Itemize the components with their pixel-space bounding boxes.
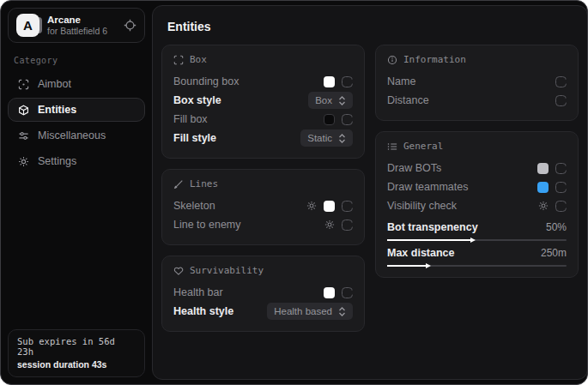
color-swatch[interactable] bbox=[324, 76, 335, 87]
setting-row-health-bar: Health bar bbox=[173, 283, 353, 302]
color-swatch[interactable] bbox=[324, 287, 335, 298]
survivability-card-header: Survivability bbox=[173, 265, 353, 276]
setting-label: Draw teammates bbox=[387, 181, 468, 193]
sidebar-item-settings[interactable]: Settings bbox=[8, 149, 145, 173]
slider-fill[interactable] bbox=[387, 265, 427, 267]
setting-label: Skeleton bbox=[173, 200, 215, 212]
checkbox[interactable] bbox=[342, 76, 353, 87]
setting-row-distance: Distance bbox=[387, 91, 567, 110]
right-column: Information Name Distance bbox=[375, 45, 579, 278]
setting-label: Name bbox=[387, 75, 415, 87]
color-swatch[interactable] bbox=[324, 114, 335, 125]
box-icon bbox=[173, 55, 184, 65]
sidebar-item-miscellaneous[interactable]: Miscellaneous bbox=[8, 123, 145, 147]
color-swatch[interactable] bbox=[537, 182, 549, 193]
max-distance-slider[interactable] bbox=[387, 265, 567, 267]
sliders-icon bbox=[17, 130, 29, 141]
unfold-arrows-icon bbox=[338, 307, 346, 316]
information-icon bbox=[387, 55, 397, 65]
checkbox[interactable] bbox=[555, 163, 567, 174]
gear-icon[interactable] bbox=[538, 201, 549, 211]
brand-name: Arcane bbox=[47, 15, 116, 25]
setting-label: Draw BOTs bbox=[387, 162, 441, 174]
sidebar-item-entities[interactable]: Entities bbox=[8, 98, 145, 122]
sidebar-item-label: Miscellaneous bbox=[38, 129, 106, 141]
general-card-header: General bbox=[387, 141, 567, 152]
slider-label: Max distance bbox=[387, 247, 455, 259]
setting-row-fill-box: Fill box bbox=[173, 110, 353, 129]
crosshair-settings-icon[interactable] bbox=[124, 19, 136, 32]
entities-cube-icon bbox=[17, 105, 29, 116]
setting-row-fill-style: Fill style Static bbox=[173, 129, 353, 147]
bot-transparency-slider[interactable] bbox=[387, 239, 567, 241]
main-panel: Entities Box Bounding box bbox=[152, 5, 588, 380]
sidebar-item-aimbot[interactable]: Aimbot bbox=[8, 72, 145, 96]
dropdown-value: Static bbox=[307, 133, 332, 143]
box-card: Box Bounding box Box style Box bbox=[161, 45, 365, 159]
checkbox[interactable] bbox=[555, 76, 567, 87]
brand-card: A Arcane for Battlefield 6 bbox=[8, 8, 145, 43]
sidebar: A Arcane for Battlefield 6 Category bbox=[1, 1, 152, 384]
sidebar-item-label: Aimbot bbox=[38, 78, 71, 90]
checkbox[interactable] bbox=[555, 95, 567, 106]
setting-row-visibility-check: Visibility check bbox=[387, 196, 567, 215]
session-duration-text: session duration 43s bbox=[17, 359, 136, 370]
lines-card: Lines Skeleton bbox=[161, 169, 365, 245]
category-label: Category bbox=[14, 56, 145, 65]
setting-label: Distance bbox=[387, 94, 429, 106]
left-column: Box Bounding box Box style Box bbox=[161, 45, 365, 332]
lines-pencil-icon bbox=[173, 179, 184, 189]
setting-row-draw-teammates: Draw teammates bbox=[387, 177, 567, 196]
setting-row-box-style: Box style Box bbox=[173, 91, 353, 110]
sidebar-nav: Aimbot Entities bbox=[8, 72, 145, 173]
sidebar-item-label: Entities bbox=[38, 104, 76, 116]
checkbox[interactable] bbox=[342, 201, 353, 212]
dropdown-value: Box bbox=[315, 95, 332, 105]
checkbox[interactable] bbox=[555, 201, 567, 212]
setting-label: Visibility check bbox=[387, 200, 457, 212]
setting-label: Health bar bbox=[173, 286, 223, 298]
color-swatch[interactable] bbox=[537, 163, 549, 174]
sub-expiry-text: Sub expires in 56d 23h bbox=[17, 336, 136, 357]
survivability-card: Survivability Health bar Health style He… bbox=[161, 256, 365, 332]
card-title: Survivability bbox=[190, 265, 264, 276]
brand-subtitle: for Battlefield 6 bbox=[47, 26, 116, 36]
health-style-dropdown[interactable]: Health based bbox=[267, 303, 353, 320]
gear-icon[interactable] bbox=[306, 201, 317, 211]
setting-label: Line to enemy bbox=[173, 219, 241, 231]
card-title: Box bbox=[190, 54, 207, 65]
card-columns: Box Bounding box Box style Box bbox=[161, 45, 579, 332]
slider-value: 250m bbox=[541, 247, 567, 259]
checkbox[interactable] bbox=[342, 114, 353, 125]
unfold-arrows-icon bbox=[338, 134, 346, 143]
logo-letter: A bbox=[16, 14, 39, 37]
box-style-dropdown[interactable]: Box bbox=[308, 92, 353, 109]
general-list-icon bbox=[387, 141, 397, 152]
app-window: A Arcane for Battlefield 6 Category bbox=[0, 0, 588, 385]
page-title: Entities bbox=[167, 20, 579, 33]
setting-label: Health style bbox=[173, 305, 233, 317]
fill-style-dropdown[interactable]: Static bbox=[300, 129, 353, 147]
setting-row-health-style: Health style Health based bbox=[173, 302, 353, 321]
setting-label: Bounding box bbox=[173, 75, 239, 87]
information-card: Information Name Distance bbox=[375, 45, 579, 121]
sidebar-item-label: Settings bbox=[38, 155, 76, 167]
gear-icon[interactable] bbox=[324, 220, 335, 230]
color-swatch[interactable] bbox=[324, 201, 335, 212]
checkbox[interactable] bbox=[555, 182, 567, 193]
setting-row-skeleton: Skeleton bbox=[173, 196, 353, 215]
setting-label: Fill style bbox=[173, 132, 216, 144]
setting-row-line-to-enemy: Line to enemy bbox=[173, 215, 353, 234]
max-distance-slider-group: Max distance 250m bbox=[387, 246, 567, 267]
setting-row-bounding-box: Bounding box bbox=[173, 72, 353, 91]
bot-transparency-slider-group: Bot transpenency 50% bbox=[387, 220, 567, 241]
information-card-header: Information bbox=[387, 54, 567, 65]
card-title: Information bbox=[403, 54, 466, 65]
slider-fill[interactable] bbox=[387, 239, 471, 241]
unfold-arrows-icon bbox=[338, 96, 346, 105]
setting-label: Fill box bbox=[173, 113, 208, 125]
box-card-header: Box bbox=[173, 54, 353, 65]
checkbox[interactable] bbox=[342, 220, 353, 231]
survivability-heart-icon bbox=[173, 266, 184, 276]
checkbox[interactable] bbox=[342, 287, 353, 298]
